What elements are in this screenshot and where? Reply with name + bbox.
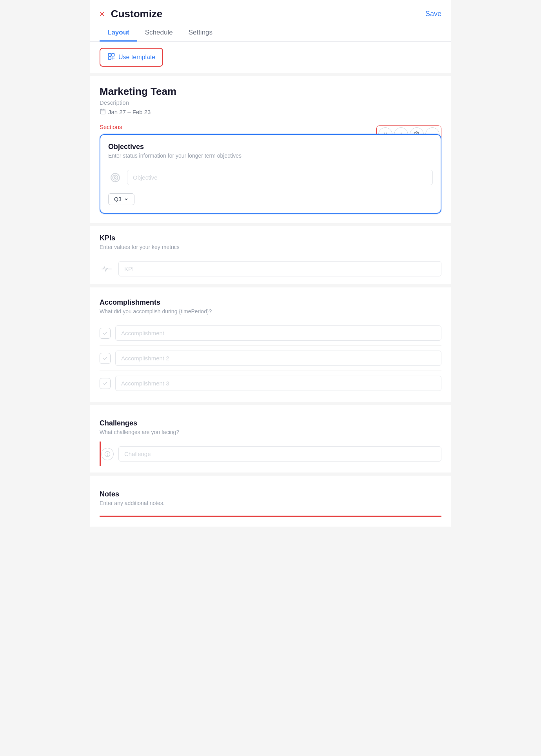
divider-3 bbox=[90, 402, 451, 405]
report-description: Description bbox=[100, 99, 441, 106]
accomplishment-3-row bbox=[100, 371, 441, 396]
objectives-section: Objectives Enter status information for … bbox=[100, 134, 441, 214]
use-template-button[interactable]: Use template bbox=[100, 48, 163, 67]
divider-1 bbox=[90, 223, 451, 226]
notes-bottom-indicator bbox=[100, 516, 441, 517]
accomplishment-2-input[interactable] bbox=[115, 351, 441, 366]
divider-4 bbox=[90, 472, 451, 476]
save-button[interactable]: Save bbox=[425, 10, 441, 18]
report-dates: Jan 27 – Feb 23 bbox=[100, 108, 441, 116]
accomplishment-2-row bbox=[100, 346, 441, 371]
challenges-desc: What challenges are you facing? bbox=[100, 429, 441, 435]
accomplishments-title: Accomplishments bbox=[100, 298, 441, 307]
pulse-icon bbox=[100, 262, 114, 276]
accomplishment-3-input[interactable] bbox=[115, 376, 441, 391]
notes-section: Notes Enter any additional notes. bbox=[100, 482, 441, 517]
template-icon bbox=[107, 53, 115, 62]
use-template-label: Use template bbox=[118, 54, 155, 61]
date-range-text: Jan 27 – Feb 23 bbox=[108, 109, 151, 115]
calendar-icon bbox=[100, 108, 106, 116]
page-title: Customize bbox=[111, 8, 162, 20]
svg-point-14 bbox=[111, 173, 120, 182]
svg-point-5 bbox=[386, 133, 387, 134]
challenge-input[interactable] bbox=[118, 446, 441, 462]
tab-settings[interactable]: Settings bbox=[181, 25, 220, 42]
warning-icon bbox=[101, 448, 114, 460]
template-bar: Use template bbox=[90, 42, 451, 73]
quarter-dropdown[interactable]: Q3 bbox=[108, 193, 134, 205]
report-header: Marketing Team Description Jan 27 – Feb … bbox=[100, 85, 441, 116]
header: × Customize Save bbox=[90, 0, 451, 20]
checkbox-1-icon bbox=[100, 328, 111, 339]
challenges-title: Challenges bbox=[100, 419, 441, 427]
report-title: Marketing Team bbox=[100, 85, 441, 98]
svg-rect-3 bbox=[100, 109, 105, 114]
objective-field-row bbox=[108, 165, 433, 190]
close-button[interactable]: × bbox=[100, 10, 105, 18]
kpis-desc: Enter values for your key metrics bbox=[100, 244, 441, 250]
svg-point-21 bbox=[107, 455, 107, 455]
accomplishments-section: Accomplishments What did you accomplish … bbox=[100, 291, 441, 396]
objectives-desc: Enter status information for your longer… bbox=[108, 153, 433, 159]
accomplishments-desc: What did you accomplish during {timePeri… bbox=[100, 308, 441, 314]
header-left: × Customize bbox=[100, 8, 162, 20]
svg-point-15 bbox=[113, 175, 118, 180]
kpis-section: KPIs Enter values for your key metrics bbox=[100, 226, 441, 281]
svg-point-4 bbox=[384, 133, 385, 134]
accomplishment-1-row bbox=[100, 321, 441, 346]
tab-layout[interactable]: Layout bbox=[100, 25, 137, 42]
objectives-title: Objectives bbox=[108, 143, 433, 151]
tab-schedule[interactable]: Schedule bbox=[137, 25, 181, 42]
challenges-section: Challenges What challenges are you facin… bbox=[100, 411, 441, 466]
svg-rect-2 bbox=[109, 57, 111, 60]
kpi-input[interactable] bbox=[118, 261, 441, 276]
notes-title: Notes bbox=[100, 490, 441, 498]
svg-rect-1 bbox=[112, 54, 114, 56]
divider-2 bbox=[90, 284, 451, 287]
svg-point-16 bbox=[114, 176, 116, 178]
tabs-bar: Layout Schedule Settings bbox=[90, 20, 451, 42]
challenge-bordered-section bbox=[100, 442, 441, 466]
main-content: Marketing Team Description Jan 27 – Feb … bbox=[90, 76, 451, 527]
challenge-field-row bbox=[101, 442, 441, 466]
checkbox-2-icon bbox=[100, 353, 111, 364]
accomplishment-1-input[interactable] bbox=[115, 325, 441, 341]
quarter-label: Q3 bbox=[114, 196, 122, 202]
svg-rect-0 bbox=[109, 54, 111, 56]
objective-input[interactable] bbox=[127, 170, 433, 185]
quarter-row: Q3 bbox=[108, 193, 433, 205]
notes-desc: Enter any additional notes. bbox=[100, 500, 441, 506]
target-icon bbox=[108, 171, 122, 185]
kpi-field-row bbox=[100, 256, 441, 281]
checkbox-3-icon bbox=[100, 378, 111, 389]
kpis-title: KPIs bbox=[100, 234, 441, 242]
